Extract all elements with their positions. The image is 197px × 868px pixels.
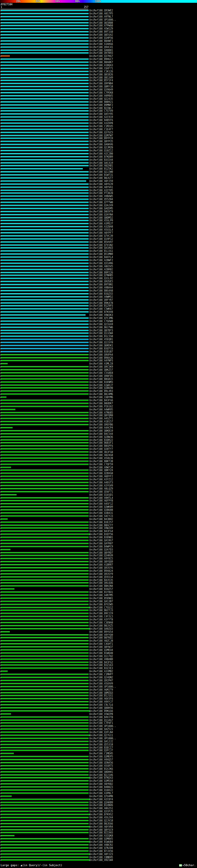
hit-bar[interactable] — [1, 814, 89, 815]
hit-label[interactable]: UniRef100_A8G2S1 — [89, 807, 113, 810]
hit-label[interactable]: UniRef100_C7QAW8 — [89, 320, 113, 323]
hit-label[interactable]: UniRef100_Q7V1N2 — [89, 244, 113, 247]
hit-label[interactable]: UniRef100_Q10Z12 — [89, 150, 113, 152]
hit-bar[interactable] — [1, 418, 89, 420]
hit-bar[interactable] — [1, 674, 89, 675]
hit-bar[interactable] — [1, 43, 89, 45]
hit-bar[interactable] — [1, 342, 89, 343]
hit-label[interactable]: UniRef100_Q16SD1 — [89, 494, 113, 496]
hit-label[interactable]: UniRef100_Q4Z523 — [89, 728, 113, 731]
hit-label[interactable]: UniRef100_A2C919 — [89, 116, 113, 119]
hit-bar[interactable] — [1, 796, 12, 797]
hit-bar[interactable] — [1, 838, 89, 840]
hit-label[interactable]: UniRef100_A9XYJ7 — [89, 701, 113, 703]
hit-label[interactable]: UniRef100_B1XNV6 — [89, 804, 113, 807]
hit-bar[interactable] — [1, 546, 89, 548]
hit-bar[interactable] — [1, 107, 89, 109]
hit-bar[interactable] — [1, 110, 89, 112]
hit-label[interactable]: UniRef100_Q8KZ57 — [89, 369, 113, 371]
hit-bar[interactable] — [1, 683, 89, 684]
hit-bar[interactable] — [1, 527, 89, 529]
hit-bar[interactable] — [1, 430, 89, 432]
hit-label[interactable]: UniRef100_B51MN9 — [89, 253, 113, 255]
hit-bar[interactable] — [1, 622, 89, 623]
hit-bar[interactable] — [1, 716, 89, 718]
hit-bar[interactable] — [1, 40, 89, 42]
hit-label[interactable]: UniRef100_A6MJT9 — [89, 689, 113, 691]
hit-label[interactable]: UniRef100_A5W1Z9 — [89, 28, 113, 30]
hit-label[interactable]: UniRef100_B43FG6 — [89, 399, 113, 402]
hit-bar[interactable] — [1, 722, 89, 724]
hit-label[interactable]: UniRef100_Q8DM52 — [89, 217, 113, 219]
hit-bar[interactable] — [1, 506, 89, 508]
hit-bar[interactable] — [1, 458, 89, 459]
hit-label[interactable]: UniRef100_B3EGB7 — [89, 351, 113, 353]
hit-label[interactable]: UniRef100_A5GLP9 — [89, 220, 113, 222]
hit-label[interactable]: UniRef100_A1WXJ7 — [89, 384, 113, 387]
hit-bar[interactable] — [1, 354, 89, 355]
hit-label[interactable]: UniRef100_Q24QN2 — [89, 677, 113, 679]
hit-label[interactable]: UniRef100_A5GSL4 — [89, 229, 113, 231]
hit-label[interactable]: UniRef100_Q10X22 — [89, 789, 113, 792]
hit-label[interactable]: UniRef100_Q9C5K9 — [89, 366, 113, 368]
hit-bar[interactable] — [1, 582, 89, 584]
hit-bar[interactable] — [1, 31, 89, 33]
hit-bar[interactable] — [1, 497, 89, 499]
hit-bar[interactable] — [1, 516, 89, 517]
hit-bar[interactable] — [1, 126, 89, 127]
hit-bar[interactable] — [1, 229, 89, 230]
hit-label[interactable]: UniRef100_A4SZT1 — [89, 417, 113, 420]
hit-label[interactable]: UniRef100_UP1000.. — [89, 725, 116, 727]
hit-label[interactable]: UniRef100_Q31PJ5 — [89, 810, 113, 813]
hit-label[interactable]: UniRef100_B1XJK6 — [89, 768, 113, 770]
hit-bar[interactable] — [1, 180, 86, 182]
hit-bar[interactable] — [1, 494, 17, 496]
hit-bar[interactable] — [1, 467, 11, 468]
hit-label[interactable]: UniRef100_A0ZCJ8 — [89, 640, 113, 642]
hit-bar[interactable] — [1, 817, 89, 818]
hit-bar[interactable] — [1, 783, 89, 785]
hit-label[interactable]: UniRef100_A4R7M5 — [89, 594, 113, 597]
hit-label[interactable]: UniRef100_A3ZAP8 — [89, 122, 113, 125]
hit-bar[interactable] — [1, 132, 89, 133]
hit-label[interactable]: UniRef100_Q117Q2 — [89, 655, 113, 658]
hit-bar[interactable] — [1, 269, 89, 270]
hit-label[interactable]: UniRef100_A3IQK8 — [89, 835, 113, 837]
hit-bar[interactable] — [1, 689, 89, 691]
hit-label[interactable]: UniRef100_Q8YP35 — [89, 141, 113, 143]
hit-label[interactable]: UniRef100_B0JGT7 — [89, 177, 113, 180]
hit-bar[interactable] — [1, 692, 89, 694]
hit-bar[interactable] — [1, 366, 89, 368]
hit-bar[interactable] — [1, 394, 89, 395]
hit-bar[interactable] — [1, 643, 89, 645]
hit-bar[interactable] — [1, 232, 89, 234]
hit-label[interactable]: UniRef100_B7K9S2 — [89, 813, 113, 816]
hit-label[interactable]: UniRef100_Q19P12 — [89, 238, 113, 241]
hit-bar[interactable] — [1, 77, 89, 79]
hit-label[interactable]: UniRef100_Q41HU3 — [89, 247, 113, 249]
hit-bar[interactable] — [1, 588, 14, 590]
hit-label[interactable]: UniRef100_B9YU54 — [89, 631, 113, 633]
hit-label[interactable]: UniRef100_B6B3F1 — [89, 442, 113, 444]
hit-label[interactable]: UniRef100_Q46KV6 — [89, 144, 113, 146]
hit-label[interactable]: UniRef100_Q88H56 — [89, 707, 113, 709]
hit-label[interactable]: UniRef100_A9YYQ9 — [89, 634, 113, 637]
hit-label[interactable]: UniRef100_B8GB15 — [89, 378, 113, 380]
hit-bar[interactable] — [1, 552, 89, 554]
hit-bar[interactable] — [1, 610, 89, 611]
hit-label[interactable]: UniRef100_B1Z5K2 — [89, 168, 113, 170]
hit-label[interactable]: UniRef100_Q3FLN4 — [89, 731, 113, 734]
hit-bar[interactable] — [1, 662, 89, 663]
hit-bar[interactable] — [1, 113, 89, 115]
hit-bar[interactable] — [1, 640, 89, 642]
hit-label[interactable]: UniRef100_B43FG2 — [89, 661, 113, 664]
hit-bar[interactable] — [1, 409, 15, 410]
hit-label[interactable]: UniRef100_A1BRR7 — [89, 564, 113, 566]
hit-bar[interactable] — [1, 482, 89, 484]
hit-bar[interactable] — [1, 223, 89, 224]
hit-label[interactable]: UniRef100_A9W3K3 — [89, 314, 113, 316]
hit-label[interactable]: UniRef100_B7KDB9 — [89, 156, 113, 158]
hit-label[interactable]: UniRef100_B4WPC9 — [89, 546, 113, 548]
hit-label[interactable]: UniRef100_C7GTV9 — [89, 110, 113, 113]
hit-bar[interactable] — [1, 135, 89, 136]
